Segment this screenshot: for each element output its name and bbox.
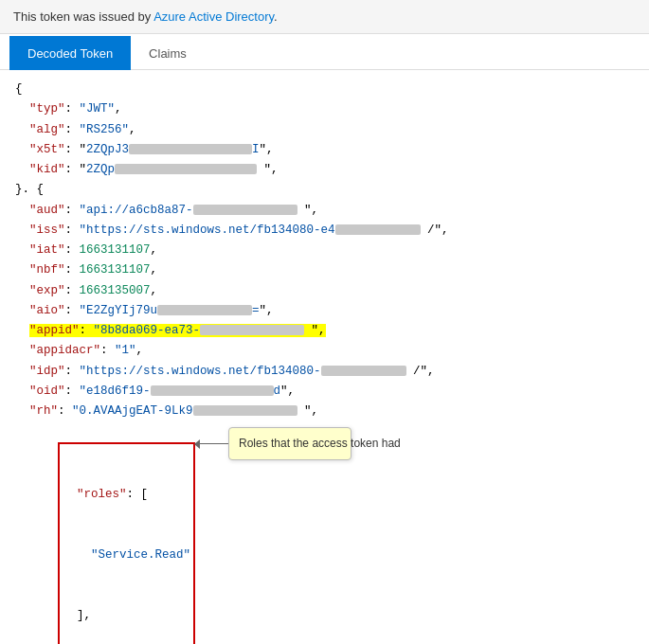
aio-redacted xyxy=(157,305,252,315)
idp-val-suffix xyxy=(406,365,414,378)
aud-val-prefix: "api://a6cb8a87- xyxy=(80,204,193,217)
exp-val: 1663135007 xyxy=(80,284,151,297)
aio-val-suffix: = xyxy=(252,304,260,317)
idp-redacted xyxy=(321,366,406,376)
appid-redacted xyxy=(200,325,304,335)
roles-val: "Service.Read" xyxy=(91,548,190,562)
oid-val-suffix: d xyxy=(274,385,281,398)
iss-redacted xyxy=(335,224,421,235)
x5t-val-prefix: 2ZQpJ3 xyxy=(86,143,129,156)
kid-key: "kid" xyxy=(29,163,65,176)
open-brace: { xyxy=(15,82,23,96)
tab-claims[interactable]: Claims xyxy=(131,36,205,70)
issuer-text: This token was issued by xyxy=(13,9,153,24)
kid-val-prefix: 2ZQp xyxy=(86,163,115,176)
appidacr-key: "appidacr" xyxy=(29,344,100,357)
iat-key: "iat" xyxy=(29,243,65,257)
rh-key: "rh" xyxy=(29,404,58,418)
oid-key: "oid" xyxy=(29,385,65,398)
appid-val-prefix: "8b8da069-ea73- xyxy=(94,324,201,337)
kid-val-suffix xyxy=(257,163,264,176)
typ-key: "typ" xyxy=(29,102,65,116)
oid-redacted xyxy=(151,385,274,396)
tooltip-box: Roles that the access token had xyxy=(228,427,352,460)
aio-key: "aio" xyxy=(29,304,65,317)
appid-val-suffix xyxy=(304,324,312,337)
typ-val: "JWT" xyxy=(80,102,116,116)
azure-ad-link[interactable]: Azure Active Directory xyxy=(153,9,274,24)
appidacr-val: "1" xyxy=(115,344,136,357)
iss-key: "iss" xyxy=(29,224,65,237)
iss-val-suffix xyxy=(421,224,428,237)
aud-key: "aud" xyxy=(29,204,65,217)
kid-redacted xyxy=(115,164,257,174)
aio-val-prefix: "E2ZgYIj79u xyxy=(80,304,158,317)
appid-key: "appid" xyxy=(29,324,80,337)
tab-decoded-token[interactable]: Decoded Token xyxy=(9,36,131,70)
tooltip-container: Roles that the access token had xyxy=(195,427,352,460)
tooltip-arrow xyxy=(195,443,228,444)
rh-redacted xyxy=(193,405,297,416)
top-bar: This token was issued by Azure Active Di… xyxy=(0,0,649,34)
alg-val: "RS256" xyxy=(80,123,130,136)
rh-val-prefix: "0.AVAAjgEAT-9Lk9 xyxy=(72,404,193,418)
oid-val-prefix: "e18d6f19- xyxy=(80,385,151,398)
alg-key: "alg" xyxy=(29,123,65,136)
x5t-redacted xyxy=(129,144,252,154)
aud-redacted xyxy=(193,205,297,215)
close-open-brace: }. { xyxy=(15,183,44,196)
tabs-container: Decoded Token Claims xyxy=(0,36,649,70)
idp-val-prefix: "https://sts.windows.net/fb134080- xyxy=(80,365,321,378)
roles-close: ], xyxy=(77,609,91,622)
roles-section: "roles": [ "Service.Read" ], Roles that … xyxy=(15,421,634,644)
issuer-period: . xyxy=(274,9,278,24)
x5t-val-suffix: I xyxy=(252,143,260,156)
roles-open: [ xyxy=(141,488,149,501)
rh-val-suffix xyxy=(297,404,305,418)
idp-key: "idp" xyxy=(29,365,65,378)
roles-key: "roles" xyxy=(77,488,127,501)
nbf-val: 1663131107 xyxy=(80,263,151,277)
nbf-key: "nbf" xyxy=(29,263,65,277)
x5t-key: "x5t" xyxy=(29,143,65,156)
aud-val-suffix xyxy=(297,204,305,217)
exp-key: "exp" xyxy=(29,284,65,297)
iss-val-prefix: "https://sts.windows.net/fb134080-e4 xyxy=(80,224,335,237)
iat-val: 1663131107 xyxy=(80,243,151,257)
token-content: { "typ": "JWT", "alg": "RS256", "x5t": "… xyxy=(0,70,649,644)
